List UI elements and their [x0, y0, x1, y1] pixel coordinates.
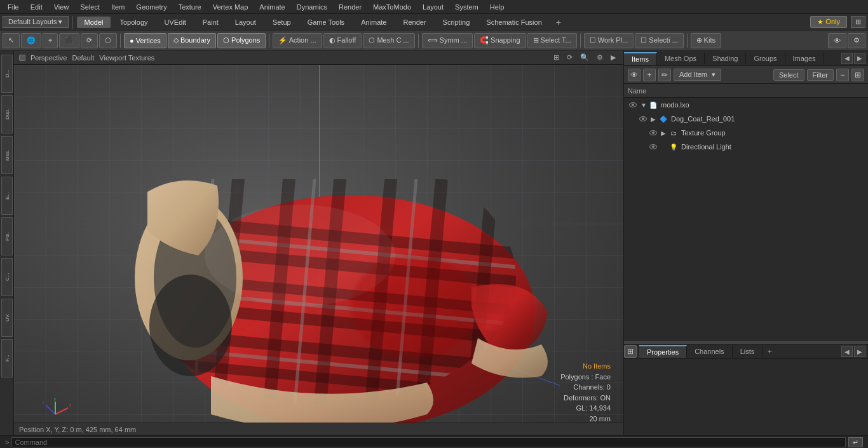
tab-items[interactable]: Items [624, 52, 657, 65]
tab-groups[interactable]: Groups [746, 53, 785, 64]
vp-settings-btn[interactable]: ⚙ [594, 52, 606, 63]
toolbar-mesh-c[interactable]: ⬡ Mesh C ... [363, 33, 414, 48]
left-btn-e[interactable]: E... [1, 177, 13, 215]
menu-select[interactable]: Select [75, 2, 105, 12]
menu-layout[interactable]: Layout [417, 2, 449, 12]
tab-add[interactable]: + [551, 15, 566, 29]
items-minus-button[interactable]: − [836, 69, 849, 81]
tab-schematic-fusion[interactable]: Schematic Fusion [478, 17, 549, 28]
item-expand-2[interactable]: ▶ [661, 130, 668, 137]
vp-expand-btn[interactable]: ▶ [608, 52, 618, 63]
tab-shading[interactable]: Shading [705, 53, 746, 64]
menu-animate[interactable]: Animate [254, 2, 290, 12]
vp-fit-btn[interactable]: ⊞ [551, 52, 562, 63]
items-visibility-icon[interactable]: 👁 [628, 69, 641, 81]
prop-expand-right[interactable]: ▶ [854, 346, 865, 357]
menu-edit[interactable]: Edit [25, 2, 48, 12]
tab-properties[interactable]: Properties [639, 345, 687, 358]
vp-zoom-btn[interactable]: 🔍 [578, 52, 592, 63]
toolbar-hex[interactable]: ⬡ [99, 33, 117, 48]
prop-panel-expand[interactable]: ⊞ [624, 345, 637, 358]
left-btn-d[interactable]: D... [1, 55, 13, 93]
left-btn-dup[interactable]: Dup. [1, 95, 13, 133]
tab-mesh-ops[interactable]: Mesh Ops [657, 53, 705, 64]
items-tab-expand-right[interactable]: ▶ [854, 53, 865, 64]
menu-maxtomodo[interactable]: MaxToModo [368, 2, 416, 12]
menu-item[interactable]: Item [106, 2, 130, 12]
tab-uvedit[interactable]: UVEdit [157, 17, 194, 28]
menu-texture[interactable]: Texture [173, 2, 207, 12]
items-expand-all[interactable]: ⊞ [851, 69, 864, 81]
tab-images[interactable]: Images [785, 53, 824, 64]
items-list[interactable]: ▼ 📄 modo.lxo ▶ 🔷 Dog_Coat_Red_001 ▶ 🗂 [624, 98, 868, 341]
layout-dropdown[interactable]: Default Layouts ▾ [3, 16, 69, 28]
star-only-button[interactable]: ★ Only [810, 16, 847, 28]
tab-channels[interactable]: Channels [687, 346, 732, 357]
item-vis-0[interactable] [628, 100, 638, 110]
toolbar-rotate[interactable]: ⟳ [81, 33, 98, 48]
left-btn-uv[interactable]: UV. [1, 299, 13, 337]
toolbar-square[interactable]: ⬛ [59, 33, 79, 48]
add-item-button[interactable]: Add Item ▾ [674, 69, 721, 81]
item-row-dir-light[interactable]: 💡 Directional Light [624, 140, 868, 154]
tab-lists[interactable]: Lists [733, 346, 763, 357]
menu-dynamics[interactable]: Dynamics [292, 2, 332, 12]
items-edit-icon[interactable]: ✏ [658, 69, 671, 81]
tab-add-prop[interactable]: + [763, 346, 776, 357]
toolbar-snapping[interactable]: 🧲 Snapping [474, 33, 526, 48]
toolbar-work-pl[interactable]: ☐ Work Pl... [584, 33, 634, 48]
left-btn-c[interactable]: C... [1, 258, 13, 296]
mode-boundary[interactable]: ◇ Boundary [168, 33, 216, 48]
cmd-input[interactable] [11, 437, 846, 447]
mode-vertices[interactable]: ● Vertices [124, 33, 166, 48]
tab-animate[interactable]: Animate [353, 17, 394, 28]
left-btn-pol[interactable]: Pol. [1, 217, 13, 255]
mode-polygons[interactable]: ⬡ Polygons [217, 33, 266, 48]
menu-system[interactable]: System [450, 2, 484, 12]
items-filter-button[interactable]: Filter [807, 69, 834, 81]
toolbar-action[interactable]: ⚡ Action ... [273, 33, 322, 48]
tab-topology[interactable]: Topology [112, 17, 155, 28]
tab-render[interactable]: Render [395, 17, 433, 28]
toolbar-axis[interactable]: ⌖ [43, 33, 58, 48]
menu-view[interactable]: View [49, 2, 74, 12]
item-vis-1[interactable] [638, 114, 648, 124]
menu-file[interactable]: File [3, 2, 24, 12]
left-btn-mes[interactable]: Mes. [1, 136, 13, 174]
menu-geometry[interactable]: Geometry [131, 2, 172, 12]
tab-model[interactable]: Model [77, 17, 111, 28]
tab-game-tools[interactable]: Game Tools [300, 17, 353, 28]
items-select-button[interactable]: Select [773, 69, 804, 81]
vp-reset-btn[interactable]: ⟳ [564, 52, 575, 63]
items-add-icon[interactable]: + [643, 69, 656, 81]
item-row-dog-coat[interactable]: ▶ 🔷 Dog_Coat_Red_001 [624, 112, 868, 126]
left-btn-f[interactable]: F... [1, 339, 13, 377]
item-vis-2[interactable] [648, 128, 658, 138]
toolbar-select[interactable]: ↖ [3, 33, 20, 48]
items-tab-expand-left[interactable]: ◀ [841, 53, 853, 64]
tab-paint[interactable]: Paint [195, 17, 226, 28]
item-vis-3[interactable] [648, 142, 658, 152]
toolbar-falloff[interactable]: ◐ Falloff [323, 33, 362, 48]
expand-button[interactable]: ⊞ [851, 16, 865, 28]
menu-help[interactable]: Help [485, 2, 510, 12]
prop-expand-left[interactable]: ◀ [841, 346, 853, 357]
toolbar-selecti[interactable]: ☐ Selecti ... [635, 33, 683, 48]
toolbar-kits[interactable]: ⊕ Kits [691, 33, 721, 48]
item-expand-1[interactable]: ▶ [651, 116, 658, 123]
toolbar-symm[interactable]: ⟺ Symm ... [422, 33, 473, 48]
menu-vertex-map[interactable]: Vertex Map [208, 2, 254, 12]
tab-scripting[interactable]: Scripting [435, 17, 478, 28]
item-expand-0[interactable]: ▼ [641, 102, 648, 109]
toolbar-eye[interactable]: 👁 [828, 33, 846, 48]
item-row-texture-group[interactable]: ▶ 🗂 Texture Group [624, 126, 868, 140]
tab-setup[interactable]: Setup [265, 17, 299, 28]
cmd-enter-button[interactable]: ↵ [848, 437, 863, 447]
toolbar-select-t[interactable]: ⊞ Select T... [527, 33, 577, 48]
viewport-canvas[interactable]: X Z Y No Items Polygons : Face Channels:… [14, 65, 623, 435]
toolbar-settings[interactable]: ⚙ [848, 33, 865, 48]
item-row-modo-lxo[interactable]: ▼ 📄 modo.lxo [624, 98, 868, 112]
tab-layout[interactable]: Layout [227, 17, 264, 28]
toolbar-globe[interactable]: 🌐 [21, 33, 41, 48]
menu-render[interactable]: Render [334, 2, 367, 12]
